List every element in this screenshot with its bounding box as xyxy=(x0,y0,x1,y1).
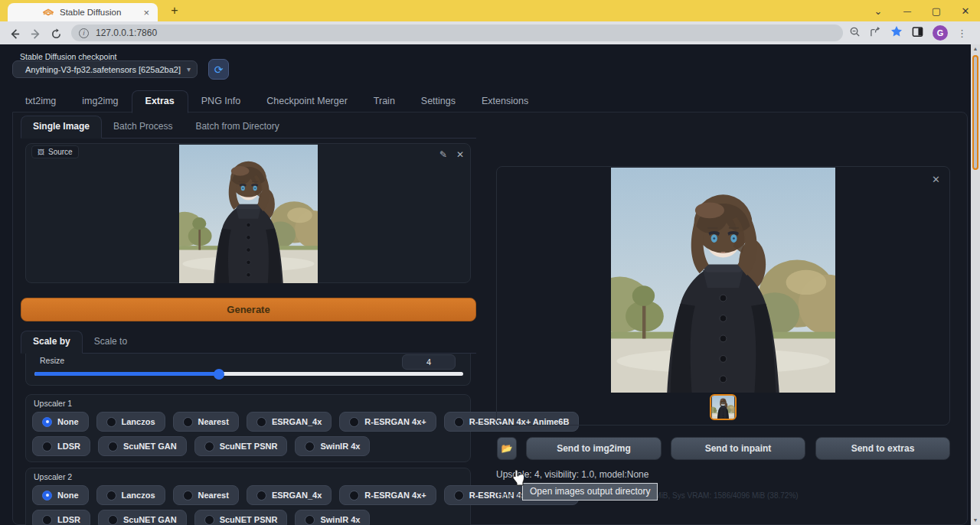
source-subtabs: Single Image Batch Process Batch from Di… xyxy=(21,117,476,139)
page-scrollbar[interactable]: ▲ ▼ xyxy=(971,44,980,525)
resize-value-input[interactable]: 4 xyxy=(402,354,456,370)
clear-image-icon[interactable]: ✕ xyxy=(456,149,464,160)
upscaler2-label: Upscaler 2 xyxy=(34,472,464,481)
subtab-scale-by[interactable]: Scale by xyxy=(21,331,83,354)
screen: Stable Diffusion × + ⌄ — ▢ ✕ i 127.0.0.1… xyxy=(0,0,980,525)
resize-label: Resize xyxy=(40,356,64,365)
upscaler2-option-lanczos[interactable]: Lanczos xyxy=(96,485,165,505)
upscaler1-label: Upscaler 1 xyxy=(34,399,464,408)
resize-slider-handle[interactable] xyxy=(214,369,224,380)
tab-settings[interactable]: Settings xyxy=(408,91,469,112)
radio-icon xyxy=(42,515,52,525)
site-info-icon[interactable]: i xyxy=(79,28,89,38)
upscaler1-option-scunet-psnr[interactable]: ScuNET PSNR xyxy=(194,436,288,456)
upscaler2-option-resrgan4x[interactable]: R-ESRGAN 4x+ xyxy=(339,485,436,505)
subtab-scale-to[interactable]: Scale to xyxy=(83,331,139,353)
left-column: Single Image Batch Process Batch from Di… xyxy=(21,117,476,525)
tab-train[interactable]: Train xyxy=(361,91,408,112)
upscaler1-option-ldsr[interactable]: LDSR xyxy=(32,436,90,456)
tab-txt2img[interactable]: txt2img xyxy=(12,91,69,112)
edit-image-icon[interactable]: ✎ xyxy=(439,149,447,160)
radio-icon xyxy=(106,417,116,427)
window-minimize-icon[interactable]: — xyxy=(893,7,922,15)
upscaler1-option-swinir4x[interactable]: SwinIR 4x xyxy=(295,436,370,456)
checkpoint-value: Anything-V3-fp32.safetensors [625a2ba2] xyxy=(19,65,187,74)
subtab-batch-from-directory[interactable]: Batch from Directory xyxy=(184,116,290,138)
source-image-dropzone[interactable]: 🖼 Source ✎ ✕ xyxy=(25,143,471,283)
side-panel-icon[interactable] xyxy=(912,26,923,41)
favicon-gradio-icon xyxy=(43,7,54,18)
tab-extras[interactable]: Extras xyxy=(132,90,188,113)
scrollbar-thumb[interactable] xyxy=(972,55,978,170)
radio-icon xyxy=(183,417,193,427)
new-tab-button[interactable]: + xyxy=(166,4,183,18)
chevron-down-icon: ▾ xyxy=(187,65,191,73)
radio-icon xyxy=(204,442,214,452)
scroll-down-icon[interactable]: ▼ xyxy=(971,516,980,525)
send-to-inpaint-button[interactable]: Send to inpaint xyxy=(671,437,805,460)
tab-png-info[interactable]: PNG Info xyxy=(188,91,253,112)
main-tabs: txt2img img2img Extras PNG Info Checkpoi… xyxy=(12,92,968,112)
upscaler1-option-esrgan4x[interactable]: ESRGAN_4x xyxy=(247,412,332,432)
tab-extensions[interactable]: Extensions xyxy=(469,91,541,112)
forward-icon[interactable] xyxy=(25,26,46,40)
result-image[interactable] xyxy=(611,168,835,393)
upscaler1-option-resrgan4x[interactable]: R-ESRGAN 4x+ xyxy=(339,412,436,432)
radio-selected-icon xyxy=(42,417,52,427)
upscaler2-option-esrgan4x[interactable]: ESRGAN_4x xyxy=(247,485,332,505)
upscaler2-option-scunet-gan[interactable]: ScuNET GAN xyxy=(98,510,187,525)
resize-slider[interactable] xyxy=(34,372,463,376)
upscaler1-option-scunet-gan[interactable]: ScuNET GAN xyxy=(98,436,187,456)
generate-button[interactable]: Generate xyxy=(21,298,476,321)
generation-info-text: Upscale: 4, visibility: 1.0, model:None xyxy=(496,469,950,480)
radio-icon xyxy=(454,491,464,501)
radio-icon xyxy=(108,515,118,525)
checkpoint-dropdown[interactable]: Anything-V3-fp32.safetensors [625a2ba2] … xyxy=(12,60,198,78)
window-menu-icon[interactable]: ⌄ xyxy=(864,5,893,17)
upscaler1-option-lanczos[interactable]: Lanczos xyxy=(96,412,165,432)
profile-avatar[interactable]: G xyxy=(933,25,948,41)
upscaler2-option-none[interactable]: None xyxy=(32,485,89,505)
close-gallery-icon[interactable]: ✕ xyxy=(932,174,940,185)
right-column: ✕ 📂 Send to img2img Send to inpaint Send… xyxy=(496,166,950,500)
radio-icon xyxy=(183,491,193,501)
send-button-row: 📂 Send to img2img Send to inpaint Send t… xyxy=(496,437,950,460)
scroll-up-icon[interactable]: ▲ xyxy=(971,44,980,54)
upscaler1-block: Upscaler 1 None Lanczos Nearest ESRGAN_4… xyxy=(25,394,471,462)
send-to-img2img-button[interactable]: Send to img2img xyxy=(526,437,662,460)
open-folder-button[interactable]: 📂 xyxy=(497,437,517,460)
browser-tab[interactable]: Stable Diffusion × xyxy=(8,3,158,21)
bookmark-star-icon[interactable] xyxy=(890,25,903,41)
radio-icon xyxy=(256,491,266,501)
tab-img2img[interactable]: img2img xyxy=(69,91,131,112)
radio-selected-icon xyxy=(42,491,52,501)
address-bar[interactable]: i 127.0.0.1:7860 xyxy=(71,24,843,41)
reload-icon[interactable] xyxy=(46,26,67,40)
back-icon[interactable] xyxy=(5,26,25,40)
window-close-icon[interactable]: ✕ xyxy=(951,5,980,17)
result-thumbnail-selected[interactable] xyxy=(710,394,737,420)
subtab-single-image[interactable]: Single Image xyxy=(21,116,102,139)
source-image xyxy=(179,145,318,283)
refresh-checkpoint-button[interactable]: ⟳ xyxy=(208,59,229,80)
tab-close-icon[interactable]: × xyxy=(141,7,152,18)
radio-icon xyxy=(108,442,118,452)
radio-icon xyxy=(305,515,315,525)
tab-title: Stable Diffusion xyxy=(60,8,141,17)
webui-page: Stable Diffusion checkpoint Anything-V3-… xyxy=(0,44,971,525)
upscaler2-option-nearest[interactable]: Nearest xyxy=(173,485,239,505)
subtab-batch-process[interactable]: Batch Process xyxy=(102,116,184,138)
upscaler2-option-ldsr[interactable]: LDSR xyxy=(32,510,90,525)
window-maximize-icon[interactable]: ▢ xyxy=(922,5,951,17)
browser-menu-icon[interactable]: ⋮ xyxy=(957,28,967,39)
zoom-icon[interactable] xyxy=(849,26,861,41)
upscaler1-option-nearest[interactable]: Nearest xyxy=(173,412,239,432)
radio-icon xyxy=(106,491,116,501)
send-to-extras-button[interactable]: Send to extras xyxy=(815,437,950,460)
share-icon[interactable] xyxy=(870,26,881,41)
upscaler1-option-none[interactable]: None xyxy=(32,412,89,432)
tab-checkpoint-merger[interactable]: Checkpoint Merger xyxy=(253,91,361,112)
upscaler2-option-scunet-psnr[interactable]: ScuNET PSNR xyxy=(194,510,288,525)
upscaler2-option-swinir4x[interactable]: SwinIR 4x xyxy=(295,510,370,525)
scale-subtabs: Scale by Scale to xyxy=(21,333,476,354)
